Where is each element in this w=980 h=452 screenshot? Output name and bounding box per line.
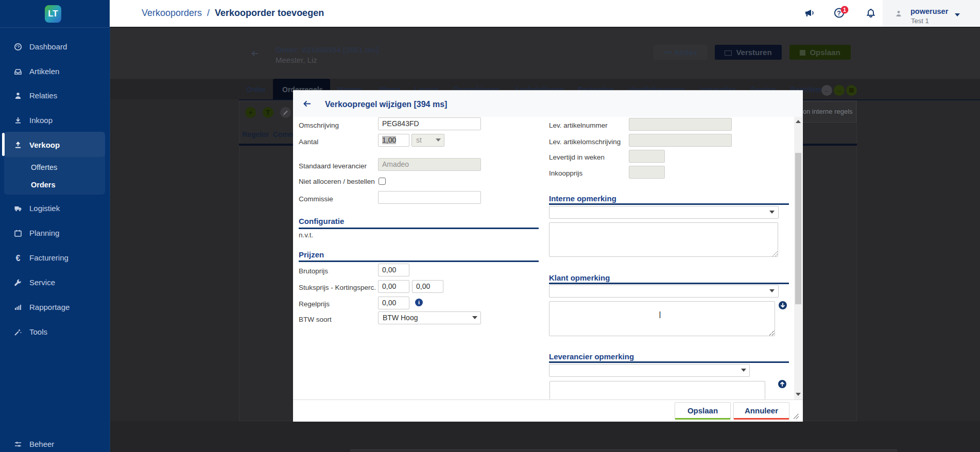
svg-text:1: 1 <box>843 7 846 13</box>
svg-text:?: ? <box>837 10 841 17</box>
svg-text:€: € <box>16 254 21 262</box>
